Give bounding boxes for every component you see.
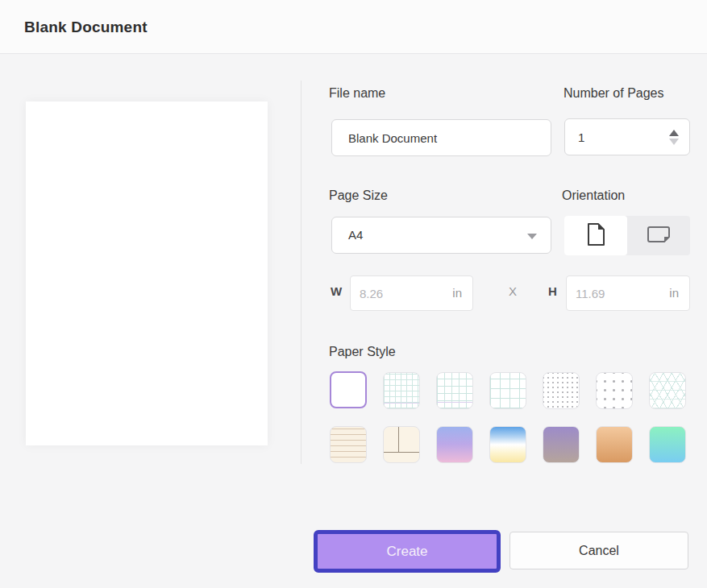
page-size-label: Page Size: [329, 188, 388, 203]
blank-document-dialog: Blank Document File name Number of Pages…: [0, 0, 707, 588]
paper-style-lined[interactable]: [330, 426, 367, 463]
width-unit: in: [452, 276, 462, 310]
paper-style-gradient-mint[interactable]: [649, 426, 686, 463]
create-button[interactable]: Create: [314, 530, 501, 573]
width-input[interactable]: [351, 276, 436, 310]
paper-style-blank[interactable]: [330, 371, 367, 408]
paper-style-gradient-orange[interactable]: [596, 426, 633, 463]
height-input[interactable]: [567, 276, 652, 310]
width-label: W: [331, 284, 342, 298]
width-field-wrap: in: [350, 275, 473, 311]
height-label: H: [548, 284, 557, 298]
document-preview: [26, 101, 268, 445]
height-unit: in: [669, 276, 679, 310]
paper-style-gradient-plum[interactable]: [543, 426, 580, 463]
orientation-landscape-button[interactable]: [627, 216, 690, 255]
orientation-portrait-button[interactable]: [564, 216, 627, 255]
pages-label: Number of Pages: [564, 86, 664, 101]
file-name-input[interactable]: [331, 119, 551, 156]
page-size-select[interactable]: A4: [331, 217, 551, 254]
dimensions-separator: X: [506, 284, 519, 298]
pages-stepper: [564, 118, 690, 155]
paper-style-gradient-purple-pink[interactable]: [436, 426, 473, 463]
vertical-divider: [301, 81, 302, 464]
paper-style-cornell[interactable]: [383, 426, 420, 463]
paper-style-label: Paper Style: [329, 345, 396, 359]
paper-style-grid-large[interactable]: [489, 372, 526, 409]
file-name-label: File name: [329, 86, 385, 101]
paper-style-grid-medium[interactable]: [436, 372, 473, 409]
portrait-page-icon: [586, 222, 605, 250]
page-size-value: A4: [348, 217, 363, 253]
paper-style-gradient-sky[interactable]: [489, 426, 526, 463]
cancel-button[interactable]: Cancel: [509, 532, 688, 569]
orientation-toggle: [564, 216, 690, 255]
pages-input[interactable]: [565, 119, 662, 155]
dialog-header: Blank Document: [0, 0, 707, 54]
stepper-down-icon[interactable]: [669, 139, 679, 145]
paper-style-grid-fine[interactable]: [383, 372, 420, 409]
orientation-label: Orientation: [562, 188, 625, 203]
height-field-wrap: in: [566, 275, 690, 311]
dialog-title: Blank Document: [24, 0, 148, 54]
landscape-page-icon: [647, 225, 671, 247]
paper-style-dots-dense[interactable]: [543, 372, 580, 409]
paper-style-dots-sparse[interactable]: [596, 372, 633, 409]
chevron-down-icon: [527, 234, 537, 239]
paper-style-isometric[interactable]: [649, 372, 686, 409]
stepper-up-icon[interactable]: [669, 130, 679, 136]
